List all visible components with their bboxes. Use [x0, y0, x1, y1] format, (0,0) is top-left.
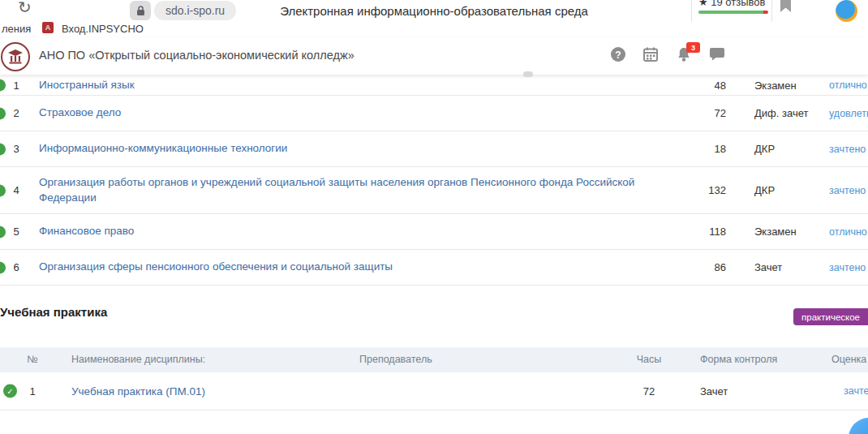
- calendar-icon[interactable]: [642, 46, 660, 64]
- practice-section: Учебная практика практическое № Наименов…: [0, 281, 868, 410]
- section-title: Учебная практика: [0, 305, 107, 319]
- grade-link[interactable]: отлично: [829, 79, 867, 91]
- hours-value: 18: [685, 143, 726, 155]
- site-header: АНО ПО «Открытый социально-экономический…: [0, 37, 868, 75]
- control-form: Зачет: [700, 385, 728, 397]
- rating-bar: [698, 11, 768, 14]
- grade-link[interactable]: зачтено: [844, 385, 868, 397]
- control-form: Зачет: [754, 261, 782, 273]
- col-header-control: Форма контроля: [700, 354, 777, 365]
- bookmark-favicon-icon: A: [42, 22, 54, 33]
- control-form: Диф. зачет: [754, 107, 808, 119]
- discipline-link[interactable]: Учебная практика (ПМ.01): [71, 385, 205, 397]
- discipline-link[interactable]: Информационно-коммуникационные технологи…: [39, 141, 287, 156]
- hours-value: 132: [685, 184, 726, 196]
- browser-chrome: ↻ sdo.i-spo.ru Электронная информационно…: [0, 0, 868, 38]
- grade-link[interactable]: зачтено: [829, 185, 866, 196]
- row-number: 5: [0, 226, 32, 238]
- row-number: 6: [0, 261, 32, 273]
- college-logo-icon[interactable]: [1, 42, 30, 71]
- org-name: АНО ПО «Открытый социально-экономический…: [39, 49, 355, 62]
- hours-value: 48: [685, 79, 726, 92]
- bookmark-item-inpsycho[interactable]: Вход.INPSYCHO: [62, 23, 144, 35]
- college-emblem: [6, 47, 25, 67]
- help-icon[interactable]: ?: [610, 46, 628, 64]
- bookmarks-bar: ления A Вход.INPSYCHO: [0, 22, 868, 37]
- bookmark-item-partial[interactable]: ления: [2, 23, 31, 35]
- control-form: ДКР: [754, 143, 775, 155]
- reviews-text: ★ 19 отзывов: [698, 0, 765, 8]
- col-header-teacher: Преподаватель: [359, 354, 432, 365]
- grade-link[interactable]: зачтено: [829, 262, 866, 273]
- table-row: ✓ 1 Учебная практика (ПМ.01) 72 Зачет за…: [0, 372, 868, 410]
- discipline-link[interactable]: Иностранный язык: [39, 78, 135, 92]
- hours-value: 118: [685, 226, 726, 238]
- svg-text:?: ?: [615, 49, 621, 61]
- grade-link[interactable]: отлично: [829, 226, 867, 238]
- row-number: 1: [0, 79, 32, 92]
- hours-value: 86: [685, 261, 726, 273]
- grade-link[interactable]: удовлетворительно: [829, 108, 868, 119]
- practice-table-header: № Наименование дисциплины: Преподаватель…: [0, 347, 868, 372]
- floating-chat-button[interactable]: [849, 418, 868, 434]
- col-header-grade: Оценка: [831, 354, 866, 365]
- grade-link[interactable]: зачтено: [829, 144, 866, 155]
- control-form: Экзамен: [754, 226, 797, 238]
- control-form: ДКР: [754, 184, 775, 196]
- practice-badge[interactable]: практическое: [793, 308, 868, 325]
- table-row: 3 Информационно-коммуникационные техноло…: [0, 131, 868, 167]
- row-number: 3: [0, 143, 32, 155]
- divider: [691, 0, 692, 22]
- col-header-hours: Часы: [625, 354, 673, 365]
- reviews-badge[interactable]: ★ 19 отзывов: [698, 0, 768, 14]
- row-number: 1: [24, 385, 41, 397]
- discipline-link[interactable]: Финансовое право: [39, 224, 134, 238]
- table-row: 5 Финансовое право 118 Экзамен отлично: [0, 214, 868, 250]
- hours-value: 72: [685, 107, 726, 119]
- messages-icon[interactable]: [709, 46, 727, 64]
- grades-table: 1 Иностранный язык 48 Экзамен отлично 2 …: [0, 75, 868, 286]
- hours-value: 72: [625, 385, 673, 397]
- table-row: 2 Страховое дело 72 Диф. зачет удовлетво…: [0, 96, 868, 131]
- status-check-icon: ✓: [3, 385, 17, 398]
- discipline-link[interactable]: Страховое дело: [39, 105, 121, 120]
- col-header-num: №: [24, 354, 41, 365]
- table-row: 1 Иностранный язык 48 Экзамен отлично: [0, 75, 868, 96]
- notification-count-badge: 3: [686, 42, 700, 53]
- discipline-link[interactable]: Организация работы органов и учреждений …: [39, 175, 643, 204]
- discipline-link[interactable]: Организация сферы пенсионного обеспечени…: [39, 260, 393, 274]
- row-number: 4: [0, 184, 32, 196]
- divider: [771, 0, 772, 22]
- table-row: 4 Организация работы органов и учреждени…: [0, 167, 868, 214]
- control-form: Экзамен: [754, 79, 797, 92]
- row-number: 2: [0, 107, 32, 119]
- col-header-name: Наименование дисциплины:: [71, 354, 205, 365]
- profile-avatar[interactable]: [836, 0, 857, 22]
